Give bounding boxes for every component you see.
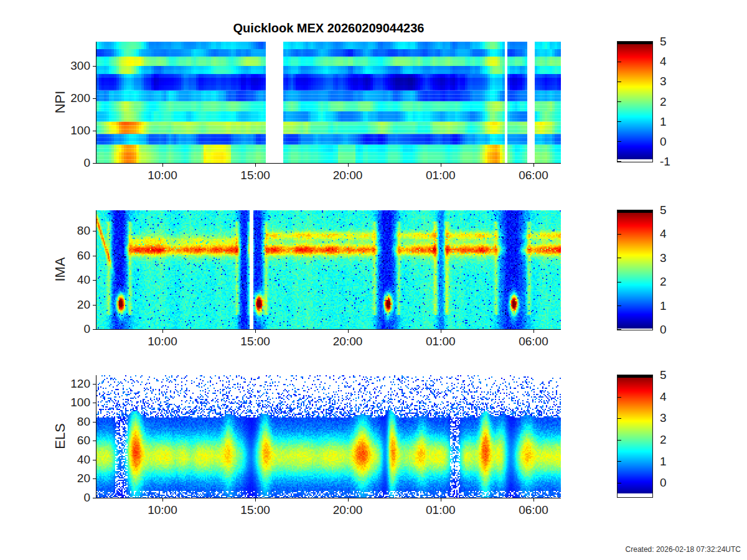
x-tick-mark — [348, 164, 349, 167]
colorbar-tick-label: 5 — [660, 203, 667, 217]
x-tick-label: 20:00 — [333, 335, 363, 348]
y-tick-mark — [93, 98, 96, 99]
colorbar-tick-label: 2 — [660, 433, 667, 447]
x-tick-mark — [255, 330, 256, 333]
els-spectrogram-canvas — [96, 375, 561, 498]
els-colorbar-canvas — [617, 375, 653, 498]
colorbar-tick-label: 0 — [660, 476, 667, 490]
x-tick-mark — [533, 164, 534, 167]
y-tick-label: 100 — [47, 124, 90, 138]
colorbar-tick-label: 3 — [660, 251, 667, 265]
created-timestamp: Created: 2026-02-18 07:32:24UTC — [626, 545, 741, 554]
y-tick-label: 100 — [47, 396, 90, 409]
y-tick-label: 40 — [47, 273, 90, 287]
colorbar-tick-label: -1 — [660, 155, 670, 169]
y-tick-mark — [93, 163, 96, 164]
x-tick-label: 01:00 — [426, 335, 456, 348]
x-tick-mark — [162, 330, 163, 333]
ima-colorbar-canvas — [617, 210, 653, 330]
colorbar-tick-label: 0 — [660, 135, 667, 149]
y-tick-label: 0 — [47, 491, 90, 505]
y-tick-mark — [93, 280, 96, 281]
y-tick-mark — [93, 256, 96, 256]
x-tick-mark — [441, 330, 441, 333]
x-tick-label: 15:00 — [240, 503, 270, 517]
x-tick-mark — [533, 330, 534, 333]
npi-spectrogram-canvas — [96, 42, 561, 164]
x-tick-label: 06:00 — [519, 503, 548, 517]
x-tick-mark — [348, 330, 349, 333]
x-tick-label: 10:00 — [148, 169, 177, 182]
npi-colorbar-canvas — [617, 41, 653, 162]
quicklook-figure: Quicklook MEX 20260209044236 NPI IMA ELS… — [0, 0, 747, 560]
y-tick-mark — [93, 231, 96, 231]
colorbar-tick-label: 2 — [660, 275, 667, 289]
x-tick-label: 01:00 — [426, 503, 456, 517]
y-tick-label: 200 — [47, 91, 90, 105]
colorbar-tick-label: 3 — [660, 411, 667, 425]
colorbar-tick-label: 5 — [660, 35, 667, 49]
x-tick-label: 15:00 — [240, 335, 270, 348]
colorbar-tick-label: 3 — [660, 75, 667, 88]
x-tick-mark — [162, 164, 163, 167]
y-tick-label: 80 — [47, 415, 90, 429]
colorbar-tick-label: 2 — [660, 95, 667, 109]
y-tick-label: 0 — [47, 156, 90, 170]
y-tick-label: 20 — [47, 298, 90, 312]
x-tick-mark — [255, 164, 256, 167]
y-tick-mark — [93, 66, 96, 67]
y-tick-label: 120 — [47, 377, 90, 391]
y-tick-label: 80 — [47, 224, 90, 238]
colorbar-tick-label: 5 — [660, 368, 667, 382]
x-tick-label: 15:00 — [240, 169, 270, 182]
colorbar-tick-label: 4 — [660, 227, 667, 241]
x-tick-mark — [533, 498, 534, 502]
y-tick-mark — [93, 384, 96, 385]
colorbar-tick-label: 4 — [660, 390, 667, 404]
y-tick-label: 60 — [47, 249, 90, 263]
x-tick-label: 06:00 — [519, 335, 548, 348]
ima-spectrogram-canvas — [96, 210, 561, 330]
y-tick-label: 20 — [47, 472, 90, 485]
figure-title: Quicklook MEX 20260209044236 — [96, 21, 561, 35]
y-tick-mark — [93, 422, 96, 422]
x-tick-label: 06:00 — [519, 169, 548, 182]
x-tick-mark — [162, 498, 163, 502]
colorbar-tick-label: 1 — [660, 455, 667, 469]
x-tick-mark — [348, 498, 349, 502]
colorbar-tick-label: 0 — [660, 323, 667, 337]
y-tick-mark — [93, 441, 96, 441]
y-tick-mark — [93, 498, 96, 498]
y-tick-label: 60 — [47, 434, 90, 447]
x-tick-label: 01:00 — [426, 169, 456, 182]
colorbar-tick-label: 4 — [660, 55, 667, 68]
y-tick-mark — [93, 460, 96, 460]
y-tick-mark — [93, 329, 96, 330]
y-tick-label: 300 — [47, 59, 90, 73]
y-tick-mark — [93, 131, 96, 131]
y-tick-mark — [93, 403, 96, 403]
x-tick-label: 20:00 — [333, 503, 363, 517]
y-tick-label: 0 — [47, 322, 90, 336]
y-tick-mark — [93, 478, 96, 479]
x-tick-label: 10:00 — [148, 335, 177, 348]
x-tick-mark — [441, 498, 441, 502]
x-tick-mark — [441, 164, 441, 167]
colorbar-tick-label: 1 — [660, 115, 667, 129]
colorbar-tick-label: 1 — [660, 299, 667, 313]
y-tick-mark — [93, 305, 96, 306]
y-tick-label: 40 — [47, 453, 90, 467]
x-tick-label: 20:00 — [333, 169, 363, 182]
x-tick-mark — [255, 498, 256, 502]
x-tick-label: 10:00 — [148, 503, 177, 517]
